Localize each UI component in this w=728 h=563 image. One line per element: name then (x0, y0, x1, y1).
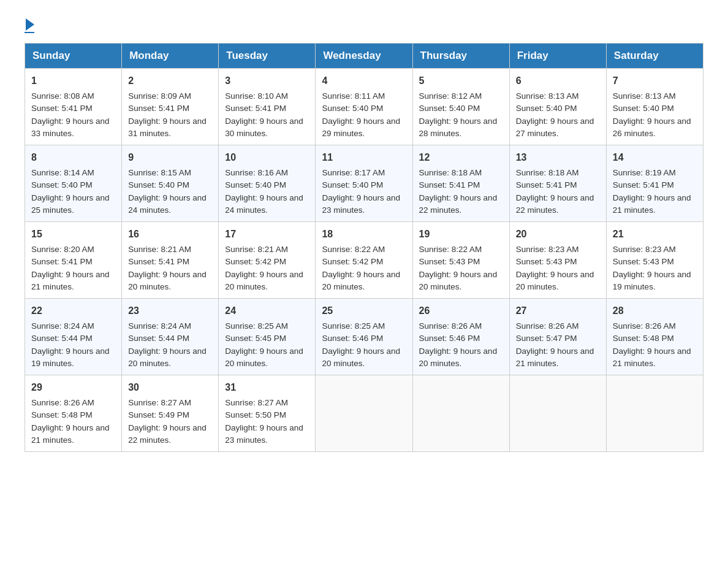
calendar-cell: 13Sunrise: 8:18 AMSunset: 5:41 PMDayligh… (509, 145, 606, 222)
day-number: 31 (225, 380, 309, 395)
calendar-week-row: 8Sunrise: 8:14 AMSunset: 5:40 PMDaylight… (25, 145, 703, 222)
calendar-cell (316, 375, 412, 452)
weekday-header-monday: Monday (122, 44, 219, 69)
calendar-cell (509, 375, 606, 452)
logo (25, 18, 34, 33)
calendar-cell: 1Sunrise: 8:08 AMSunset: 5:41 PMDaylight… (25, 69, 122, 145)
header (25, 18, 703, 33)
weekday-header-wednesday: Wednesday (316, 44, 412, 69)
day-number: 23 (128, 304, 212, 318)
calendar-cell: 4Sunrise: 8:11 AMSunset: 5:40 PMDaylight… (316, 69, 412, 145)
day-number: 7 (613, 74, 697, 88)
weekday-header-saturday: Saturday (606, 44, 703, 69)
calendar-cell: 29Sunrise: 8:26 AMSunset: 5:48 PMDayligh… (25, 375, 122, 452)
day-number: 26 (419, 304, 503, 318)
day-number: 28 (613, 304, 697, 318)
day-number: 22 (31, 304, 115, 318)
day-number: 6 (516, 74, 600, 88)
calendar-week-row: 15Sunrise: 8:20 AMSunset: 5:41 PMDayligh… (25, 222, 703, 299)
calendar-cell: 30Sunrise: 8:27 AMSunset: 5:49 PMDayligh… (122, 375, 219, 452)
day-number: 27 (516, 304, 600, 318)
day-number: 10 (225, 150, 309, 165)
logo-arrow-icon (26, 18, 34, 31)
day-number: 18 (322, 227, 406, 242)
logo-divider (25, 32, 34, 33)
day-number: 17 (225, 227, 309, 242)
calendar-cell: 17Sunrise: 8:21 AMSunset: 5:42 PMDayligh… (219, 222, 316, 299)
calendar-week-row: 22Sunrise: 8:24 AMSunset: 5:44 PMDayligh… (25, 299, 703, 375)
calendar-cell: 3Sunrise: 8:10 AMSunset: 5:41 PMDaylight… (219, 69, 316, 145)
calendar-cell: 23Sunrise: 8:24 AMSunset: 5:44 PMDayligh… (122, 299, 219, 375)
day-number: 20 (516, 227, 600, 242)
calendar-cell: 18Sunrise: 8:22 AMSunset: 5:42 PMDayligh… (316, 222, 412, 299)
day-number: 9 (128, 150, 212, 165)
day-number: 8 (31, 150, 115, 165)
day-number: 21 (613, 227, 697, 242)
day-number: 29 (31, 380, 115, 395)
calendar-cell: 21Sunrise: 8:23 AMSunset: 5:43 PMDayligh… (606, 222, 703, 299)
day-number: 1 (31, 74, 115, 88)
weekday-header-sunday: Sunday (25, 44, 122, 69)
day-number: 15 (31, 227, 115, 242)
calendar-cell: 5Sunrise: 8:12 AMSunset: 5:40 PMDaylight… (412, 69, 509, 145)
weekday-header-tuesday: Tuesday (219, 44, 316, 69)
calendar-cell: 19Sunrise: 8:22 AMSunset: 5:43 PMDayligh… (412, 222, 509, 299)
calendar-cell: 26Sunrise: 8:26 AMSunset: 5:46 PMDayligh… (412, 299, 509, 375)
calendar-cell: 9Sunrise: 8:15 AMSunset: 5:40 PMDaylight… (122, 145, 219, 222)
calendar-cell: 14Sunrise: 8:19 AMSunset: 5:41 PMDayligh… (606, 145, 703, 222)
calendar-cell (412, 375, 509, 452)
calendar-cell: 24Sunrise: 8:25 AMSunset: 5:45 PMDayligh… (219, 299, 316, 375)
calendar-cell: 25Sunrise: 8:25 AMSunset: 5:46 PMDayligh… (316, 299, 412, 375)
weekday-header-row: SundayMondayTuesdayWednesdayThursdayFrid… (25, 44, 703, 69)
calendar-week-row: 1Sunrise: 8:08 AMSunset: 5:41 PMDaylight… (25, 69, 703, 145)
calendar-cell: 31Sunrise: 8:27 AMSunset: 5:50 PMDayligh… (219, 375, 316, 452)
day-number: 16 (128, 227, 212, 242)
day-number: 14 (613, 150, 697, 165)
calendar-cell: 7Sunrise: 8:13 AMSunset: 5:40 PMDaylight… (606, 69, 703, 145)
calendar-cell: 20Sunrise: 8:23 AMSunset: 5:43 PMDayligh… (509, 222, 606, 299)
calendar-cell: 12Sunrise: 8:18 AMSunset: 5:41 PMDayligh… (412, 145, 509, 222)
weekday-header-friday: Friday (509, 44, 606, 69)
calendar-cell: 2Sunrise: 8:09 AMSunset: 5:41 PMDaylight… (122, 69, 219, 145)
day-number: 5 (419, 74, 503, 88)
day-number: 30 (128, 380, 212, 395)
calendar-cell: 28Sunrise: 8:26 AMSunset: 5:48 PMDayligh… (606, 299, 703, 375)
calendar-cell (606, 375, 703, 452)
calendar-cell: 6Sunrise: 8:13 AMSunset: 5:40 PMDaylight… (509, 69, 606, 145)
day-number: 12 (419, 150, 503, 165)
day-number: 19 (419, 227, 503, 242)
calendar-cell: 16Sunrise: 8:21 AMSunset: 5:41 PMDayligh… (122, 222, 219, 299)
day-number: 24 (225, 304, 309, 318)
calendar-cell: 10Sunrise: 8:16 AMSunset: 5:40 PMDayligh… (219, 145, 316, 222)
calendar-cell: 22Sunrise: 8:24 AMSunset: 5:44 PMDayligh… (25, 299, 122, 375)
day-number: 2 (128, 74, 212, 88)
calendar-table: SundayMondayTuesdayWednesdayThursdayFrid… (25, 43, 703, 452)
day-number: 11 (322, 150, 406, 165)
calendar-week-row: 29Sunrise: 8:26 AMSunset: 5:48 PMDayligh… (25, 375, 703, 452)
day-number: 13 (516, 150, 600, 165)
day-number: 4 (322, 74, 406, 88)
day-number: 3 (225, 74, 309, 88)
day-number: 25 (322, 304, 406, 318)
calendar-cell: 8Sunrise: 8:14 AMSunset: 5:40 PMDaylight… (25, 145, 122, 222)
calendar-cell: 15Sunrise: 8:20 AMSunset: 5:41 PMDayligh… (25, 222, 122, 299)
weekday-header-thursday: Thursday (412, 44, 509, 69)
calendar-cell: 11Sunrise: 8:17 AMSunset: 5:40 PMDayligh… (316, 145, 412, 222)
calendar-cell: 27Sunrise: 8:26 AMSunset: 5:47 PMDayligh… (509, 299, 606, 375)
